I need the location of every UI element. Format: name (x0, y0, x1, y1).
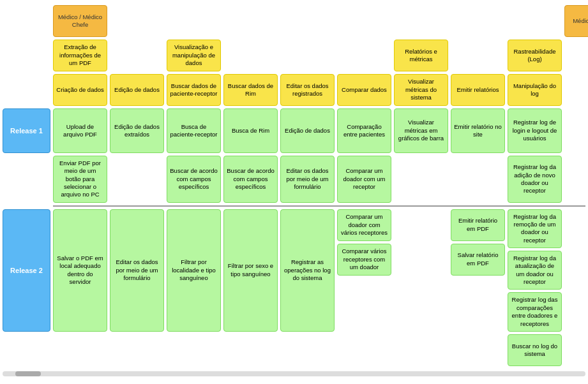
empty-label-4 (3, 156, 50, 203)
row-2: Criação de dados Edição de dados Buscar … (3, 74, 585, 106)
row-1: Extração de informações de um PDF Visual… (3, 40, 585, 71)
empty-4-8 (451, 156, 505, 203)
empty-6-8 (451, 334, 505, 366)
card-extracao: Extração de informações de um PDF (53, 40, 107, 71)
card-registrar-novo: Registrar log da adição de novo doador o… (508, 156, 562, 203)
empty-0-5 (280, 5, 335, 37)
col8-group: Emitir relatório em PDF Salvar relatório… (451, 209, 505, 332)
empty-label-2 (3, 74, 50, 106)
empty-0-9 (508, 5, 562, 37)
card-medico-medico-chefe: Médico / Médico Chefe (53, 5, 107, 37)
empty-0-4 (223, 5, 278, 37)
card-edicao-dados-sub: Edição de dados (280, 108, 335, 153)
empty-0-6 (337, 5, 391, 37)
card-busca-paciente: Busca de paciente-receptor (167, 108, 221, 153)
empty-4-7 (394, 156, 448, 203)
card-registrar-comparacoes: Registrar log das comparações entre doad… (508, 292, 562, 331)
card-salvar-relatorio-pdf: Salvar relatório em PDF (451, 244, 505, 276)
release-2-label: Release 2 (3, 209, 50, 332)
divider (53, 205, 585, 207)
empty-5-7 (394, 209, 448, 332)
card-manipulacao-log: Manipulação do log (508, 74, 562, 106)
card-buscar-campos-4: Buscar de acordo com campos específicos (223, 156, 278, 203)
row-3: Release 1 Upload de arquivo PDF Edição d… (3, 108, 585, 153)
empty-6-1 (53, 334, 107, 366)
card-visualizacao: Visualização e manipulação de dados (167, 40, 221, 71)
scrollbar-thumb[interactable] (15, 371, 41, 376)
row-0: Médico / Médico Chefe Médico Chefe (3, 5, 585, 37)
card-editar-dados-reg: Editar os dados registrados (280, 74, 335, 106)
card-emitir-pdf: Emitir relatório em PDF (451, 209, 505, 241)
empty-6-2 (110, 334, 164, 366)
card-editar-dados-form: Editar os dados por meio de um formulári… (110, 209, 164, 332)
card-edicao-dados: Edição de dados (110, 74, 164, 106)
card-buscar-log: Buscar no log do sistema (508, 334, 562, 366)
card-registrar-login: Registrar log de login e logout de usuár… (508, 108, 562, 153)
card-upload: Upload de arquivo PDF (53, 108, 107, 153)
card-buscar-campos-3: Buscar de acordo com campos específicos (167, 156, 221, 203)
card-comparar-dados: Comparar dados (337, 74, 391, 106)
card-criacao: Criação de dados (53, 74, 107, 106)
card-relatorios: Relatórios e métricas (394, 40, 448, 71)
card-registrar-operacoes: Registrar as operações no log do sistema (280, 209, 335, 332)
empty-label-6 (3, 334, 50, 366)
card-buscar-paciente: Buscar dados de paciente-receptor (167, 74, 221, 106)
page-container: Médico / Médico Chefe Médico Chefe Extra… (0, 0, 588, 384)
scrollbar-track[interactable] (3, 371, 585, 376)
card-edicao-extraidos: Edição de dados extraídos (110, 108, 164, 153)
empty-1-6 (337, 40, 391, 71)
card-registrar-remocao: Registrar log da remoção de um doador ou… (508, 209, 562, 248)
row-5: Release 2 Salvar o PDF em local adequado… (3, 209, 585, 332)
empty-6-6 (337, 334, 391, 366)
card-filtrar-localidade: Filtrar por localidade e tipo sanguíneo (167, 209, 221, 332)
card-comparar-doador-receptor: Comparar um doador com um receptor (337, 156, 391, 203)
empty-6-4 (223, 334, 278, 366)
release-1-label: Release 1 (3, 108, 50, 153)
card-comparacao-pacientes: Comparação entre pacientes (337, 108, 391, 153)
card-salvar-pdf: Salvar o PDF em local adequado dentro do… (53, 209, 107, 332)
card-editar-formulario: Editar os dados por meio de um formulári… (280, 156, 335, 203)
empty-0-2 (110, 5, 164, 37)
col9-group: Registrar log da remoção de um doador ou… (508, 209, 562, 332)
row-4: Enviar PDF por meio de um botão para sel… (3, 156, 585, 203)
row-6: Buscar no log do sistema (3, 334, 585, 366)
empty-4-2 (110, 156, 164, 203)
card-comparar-receptores-doador: Comparar vários receptores com um doador (337, 244, 391, 276)
card-buscar-rim: Buscar dados de Rim (223, 74, 278, 106)
col6-group: Comparar um doador com vários receptores… (337, 209, 391, 332)
empty-label-1 (3, 40, 50, 71)
empty-label-0 (3, 5, 50, 37)
card-medico-chefe: Médico Chefe (564, 5, 588, 37)
card-busca-rim: Busca de Rim (223, 108, 278, 153)
card-registrar-atualizacao: Registrar log da atualização de um doado… (508, 251, 562, 290)
empty-6-7 (394, 334, 448, 366)
card-comparar-varios-receptores: Comparar um doador com vários receptores (337, 209, 391, 241)
card-visualizar-metricas: Visualizar métricas do sistema (394, 74, 448, 106)
empty-1-5 (280, 40, 335, 71)
empty-6-3 (167, 334, 221, 366)
empty-0-3 (167, 5, 221, 37)
empty-1-2 (110, 40, 164, 71)
card-visualizar-graficos: Visualizar métricas em gráficos de barra (394, 108, 448, 153)
card-emitir-relatorio-site: Emitir relatório no site (451, 108, 505, 153)
empty-1-8 (451, 40, 505, 71)
card-rastreabilidade: Rastreabilidade (Log) (508, 40, 562, 71)
empty-0-8 (451, 5, 505, 37)
empty-1-4 (223, 40, 278, 71)
card-enviar-pdf: Enviar PDF por meio de um botão para sel… (53, 156, 107, 203)
card-filtrar-sexo: Filtrar por sexo e tipo sanguíneo (223, 209, 278, 332)
empty-6-5 (280, 334, 335, 366)
empty-0-7 (394, 5, 448, 37)
card-emitir-relatorios: Emitir relatórios (451, 74, 505, 106)
